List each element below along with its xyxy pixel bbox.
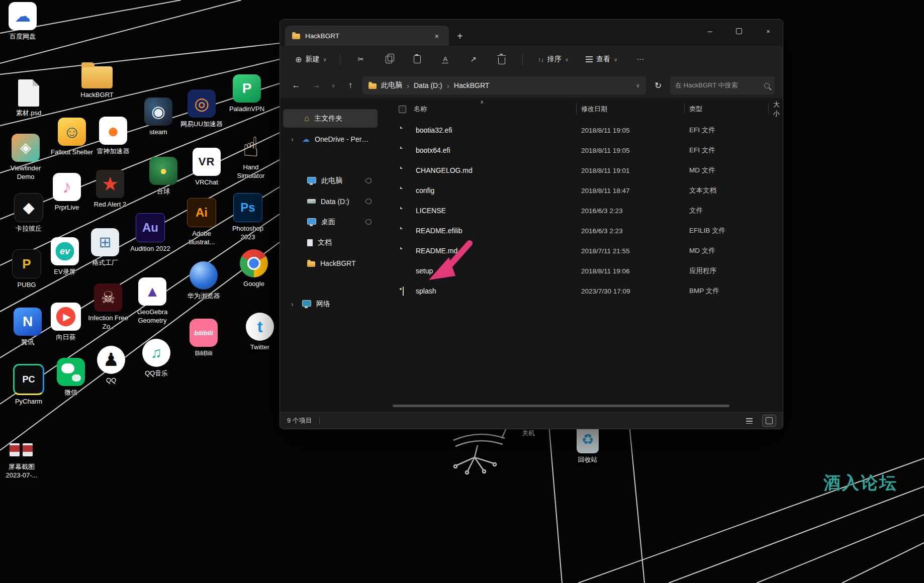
- desktop-icon-screenshot-file[interactable]: 屏幕截图 2023-07-...: [0, 440, 43, 480]
- sort-button[interactable]: ↑↓ 排序 ∨: [533, 50, 574, 68]
- desktop-icon-twitter[interactable]: t Twitter: [238, 313, 282, 352]
- up-button[interactable]: ↑: [342, 77, 358, 93]
- large-thumbnails-view-button[interactable]: [763, 415, 776, 426]
- desktop-icon-qq[interactable]: ♟ QQ: [89, 346, 133, 385]
- desktop-icon-leishen[interactable]: ● 雷神加速器: [91, 117, 135, 156]
- file-row-config[interactable]: config 2018/8/11 18:47 文本文档: [381, 180, 783, 201]
- desktop-icon-illustrator[interactable]: Ai Adobe Illustrat...: [180, 198, 223, 247]
- desktop-icon-google-chrome[interactable]: Google: [232, 249, 275, 288]
- column-divider[interactable]: [684, 103, 685, 114]
- desktop-icon-huawei-browser[interactable]: 华为浏览器: [182, 261, 225, 301]
- more-options-button[interactable]: ⋯: [629, 50, 651, 68]
- desktop-icon-kalabiqiu[interactable]: ◆ 卡拉彼丘: [7, 193, 50, 233]
- file-row-changelog[interactable]: CHANGELOG.md 2018/8/11 19:01 MD 文件: [381, 160, 783, 180]
- desktop-icon-yixun[interactable]: N 翼讯: [6, 308, 49, 347]
- column-divider[interactable]: [576, 103, 577, 114]
- file-row-readme-efilib[interactable]: README.efilib 2016/6/3 2:23 EFILIB 文件: [381, 221, 783, 241]
- desktop-icon-vrchat[interactable]: VR VRChat: [185, 148, 228, 187]
- breadcrumb-hackbgrt[interactable]: HackBGRT: [454, 81, 490, 89]
- new-button[interactable]: ⊕ 新建 ∨: [290, 50, 332, 68]
- forward-button[interactable]: →: [308, 77, 324, 93]
- desktop-icon-red-alert-2[interactable]: ★ Red Alert 2: [88, 170, 132, 209]
- desktop-icon-ev-recorder[interactable]: ev EV录屏: [43, 237, 86, 276]
- desktop-icon-format-factory[interactable]: ⊞ 格式工厂: [83, 228, 127, 267]
- desktop-icon-hand-simulator[interactable]: ☝ Hand Simulator: [229, 133, 272, 180]
- toolbar-divider: [522, 53, 523, 65]
- desktop-icon-sunlogin[interactable]: ▶ 向日葵: [44, 303, 87, 342]
- desktop-icon-audition[interactable]: Au Audition 2022: [129, 213, 172, 253]
- address-bar[interactable]: 此电脑 › Data (D:) › HackBGRT ∨: [362, 76, 646, 94]
- desktop-icon-sucai-psd[interactable]: 素材.psd: [7, 79, 50, 118]
- new-tab-button[interactable]: +: [457, 31, 463, 41]
- column-header-size[interactable]: 大小: [773, 100, 783, 118]
- sidebar-item-hackbgrt[interactable]: HackBGRT: [283, 254, 378, 272]
- desktop-icon-photoshop[interactable]: Ps Photoshop 2023: [226, 193, 269, 242]
- address-dropdown-chevron[interactable]: ∨: [636, 82, 640, 89]
- file-row-bootia32[interactable]: bootia32.efi 2018/8/11 19:05 EFI 文件: [381, 120, 783, 140]
- share-button[interactable]: ↗: [463, 50, 485, 68]
- sidebar-item-data-d[interactable]: Data (D:): [283, 192, 378, 211]
- search-box[interactable]: 在 HackBGRT 中搜索: [670, 76, 775, 94]
- desktop-icon-billiards[interactable]: ● 台球: [142, 157, 185, 196]
- back-button[interactable]: ←: [288, 77, 304, 93]
- desktop-icon-geogebra[interactable]: ▲ GeoGebra Geometry: [131, 277, 174, 325]
- file-row-readme-md[interactable]: README.md 2018/7/11 21:55 MD 文件: [381, 241, 783, 261]
- desktop-icon-netease-uu[interactable]: ◎ 网易UU加速器: [180, 89, 223, 129]
- view-button[interactable]: 查看 ∨: [581, 50, 622, 68]
- sidebar-item-this-pc[interactable]: 此电脑: [283, 171, 378, 190]
- desktop-icon-wechat[interactable]: 微信: [49, 358, 93, 397]
- file-row-license[interactable]: LICENSE 2016/6/3 2:23 文件: [381, 201, 783, 221]
- close-button[interactable]: ×: [754, 20, 783, 43]
- desktop-icon-recycle-bin[interactable]: ♻ 回收站: [566, 426, 609, 464]
- refresh-button[interactable]: ↻: [650, 77, 666, 93]
- rename-button[interactable]: A: [434, 50, 456, 68]
- desktop-icon-label: Infection Free Zo..: [86, 314, 130, 331]
- thumbnail-view-icon: [766, 417, 773, 424]
- column-header-type[interactable]: 类型: [689, 105, 702, 114]
- copy-button[interactable]: [378, 50, 400, 68]
- desktop-icon-hackbgrt-folder[interactable]: HackBGRT: [75, 61, 119, 100]
- chevron-right-icon[interactable]: ›: [291, 135, 297, 143]
- maximize-button[interactable]: [724, 20, 754, 43]
- icon-glyph: ♪: [62, 178, 71, 196]
- file-row-setup[interactable]: setup 2018/8/11 19:06 应用程序: [381, 261, 783, 281]
- column-header-date[interactable]: 修改日期: [581, 105, 607, 114]
- desktop-icon-pubg[interactable]: P PUBG: [5, 249, 48, 289]
- details-view-button[interactable]: [743, 415, 756, 426]
- chevron-right-icon[interactable]: ›: [291, 300, 297, 308]
- desktop-icon-prprlive[interactable]: ♪ PrprLive: [45, 173, 88, 212]
- column-divider[interactable]: [768, 103, 769, 114]
- recent-locations-chevron[interactable]: ∨: [328, 77, 338, 93]
- sidebar-item-desktop[interactable]: 桌面: [283, 213, 378, 231]
- sunlogin-icon: ▶: [51, 303, 81, 331]
- steam-icon: ◉: [144, 98, 172, 126]
- tab-close-icon[interactable]: ×: [431, 30, 443, 42]
- sidebar-item-documents[interactable]: 文档: [283, 233, 378, 252]
- tab-title: HackBGRT: [305, 32, 339, 40]
- file-row-bootx64[interactable]: bootx64.efi 2018/8/11 19:05 EFI 文件: [381, 140, 783, 160]
- breadcrumb-data-d[interactable]: Data (D:): [414, 81, 442, 89]
- sidebar-item-home[interactable]: ⌂ 主文件夹: [283, 109, 378, 128]
- column-header-name[interactable]: 名称: [414, 105, 427, 114]
- minimize-button[interactable]: ─: [695, 20, 724, 43]
- desktop-icon-infection-free-zone[interactable]: ☠ Infection Free Zo..: [86, 283, 130, 331]
- desktop-icon-fallout-shelter[interactable]: ☺ Fallout Shelter: [50, 118, 94, 157]
- explorer-titlebar[interactable]: HackBGRT × + ─ ×: [280, 20, 783, 46]
- desktop-icon-paladin-vpn[interactable]: P PaladinVPN: [225, 74, 268, 114]
- desktop-icon-baidu-netdisk[interactable]: ☁ 百度网盘: [1, 2, 44, 41]
- horizontal-scrollbar[interactable]: [393, 405, 729, 407]
- file-row-splash[interactable]: splash 2023/7/30 17:09 BMP 文件: [381, 281, 783, 301]
- explorer-tab-hackbgrt[interactable]: HackBGRT ×: [285, 26, 449, 46]
- sidebar-item-onedrive[interactable]: › ☁ OneDrive - Person: [283, 130, 378, 148]
- sidebar-item-network[interactable]: › 网络: [283, 295, 378, 313]
- desktop-icon-steam[interactable]: ◉ steam: [137, 98, 180, 137]
- breadcrumb-this-pc[interactable]: 此电脑: [381, 81, 402, 90]
- cut-button[interactable]: ✂: [350, 50, 372, 68]
- select-all-checkbox[interactable]: [399, 106, 406, 113]
- desktop-icon-pycharm[interactable]: PC PyCharm: [7, 364, 50, 406]
- delete-button[interactable]: [491, 50, 513, 68]
- paste-button[interactable]: [406, 50, 428, 68]
- desktop-icon-bilibili[interactable]: bilibili BiliBili: [182, 319, 225, 358]
- desktop-icon-viewfinder[interactable]: ◈ Viewfinder Demo: [4, 134, 47, 181]
- desktop-icon-qq-music[interactable]: ♫ QQ音乐: [135, 339, 178, 378]
